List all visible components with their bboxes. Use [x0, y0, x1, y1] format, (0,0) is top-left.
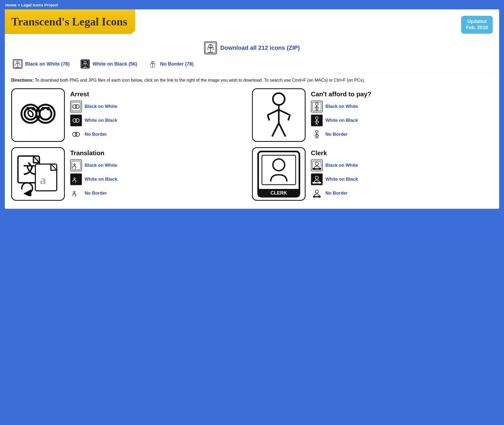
clerk-bow-label: Black on White — [325, 163, 358, 168]
svg-point-54 — [75, 132, 80, 136]
svg-point-118 — [315, 190, 318, 193]
cant-afford-wob-link[interactable]: White on Black — [311, 115, 493, 126]
arrest-title: Arrest — [70, 90, 252, 98]
nb-scales-icon — [148, 59, 157, 69]
wob-scales-icon — [80, 59, 90, 69]
clerk-title: Clerk — [311, 149, 493, 157]
svg-text:a: a — [76, 179, 77, 182]
cant-afford-wob-label: White on Black — [325, 118, 358, 123]
arrest-nb-icon — [70, 128, 82, 140]
wob-category-link[interactable]: White on Black (56) — [80, 59, 137, 69]
svg-text:文: 文 — [23, 162, 36, 176]
svg-line-64 — [279, 123, 285, 136]
arrest-bow-link[interactable]: Black on White — [70, 101, 252, 112]
svg-line-87 — [315, 135, 315, 137]
breadcrumb: Home > Legal Icons Project — [0, 0, 504, 9]
svg-line-85 — [315, 134, 317, 135]
cant-afford-entry: Can't afford to pay? — [252, 88, 493, 142]
download-section: Download all 212 icons (ZIP) — [5, 37, 499, 57]
nb-category-link[interactable]: No Border (78) — [148, 59, 194, 69]
translation-nb-icon: 文 a — [70, 187, 82, 199]
cant-afford-variants: Black on White — [311, 101, 493, 140]
scales-icon — [204, 41, 217, 54]
svg-line-61 — [268, 115, 269, 120]
bow-scales-icon — [13, 59, 22, 69]
svg-point-57 — [273, 93, 285, 105]
svg-point-83 — [315, 130, 318, 133]
download-all-link[interactable]: Download all 212 icons (ZIP) — [220, 44, 300, 51]
title-banner: Transcend's Legal Icons — [5, 9, 135, 34]
clerk-entry: CLERK Clerk — [252, 147, 493, 201]
clerk-info: Clerk CLERK — [311, 147, 493, 199]
translation-nb-link[interactable]: 文 a No Border — [70, 187, 252, 199]
translation-nb-label: No Border — [85, 191, 107, 196]
arrest-wob-icon — [70, 115, 82, 126]
arrest-variants: Black on White — [70, 101, 252, 140]
svg-line-86 — [317, 134, 319, 135]
translation-entry: 文 a — [11, 147, 252, 201]
bow-category-link[interactable]: Black on White (78) — [13, 59, 70, 69]
cant-afford-title: Can't afford to pay? — [311, 90, 493, 98]
svg-rect-93 — [35, 164, 57, 191]
svg-line-89 — [316, 136, 317, 138]
arrest-info: Arrest — [70, 88, 252, 140]
nb-label: No Border (78) — [160, 61, 194, 67]
svg-point-32 — [27, 110, 34, 118]
translation-title: Translation — [70, 149, 252, 157]
page-title: Transcend's Legal Icons — [11, 15, 127, 28]
svg-text:CLERK: CLERK — [270, 190, 287, 196]
clerk-large-icon: CLERK — [252, 147, 306, 201]
svg-text:CLERK: CLERK — [315, 168, 319, 170]
arrest-nb-label: No Border — [85, 132, 107, 137]
arrest-nb-link[interactable]: No Border — [70, 128, 252, 140]
category-links: Black on White (78) White on Black (56) — [5, 57, 499, 73]
cant-afford-nb-icon — [311, 128, 323, 140]
translation-bow-icon: 文 a — [70, 160, 82, 171]
bow-label: Black on White (78) — [25, 61, 70, 67]
arrest-wob-label: White on Black — [85, 118, 117, 123]
svg-line-90 — [317, 136, 318, 138]
cant-afford-nb-link[interactable]: No Border — [311, 128, 493, 140]
icons-grid: Arrest — [5, 88, 499, 201]
arrest-entry: Arrest — [11, 88, 252, 142]
arrest-bow-label: Black on White — [85, 104, 117, 109]
clerk-nb-label: No Border — [325, 191, 348, 196]
svg-text:CLERK: CLERK — [315, 196, 319, 198]
cant-afford-bow-link[interactable]: Black on White — [311, 101, 493, 112]
translation-large-icon: 文 a — [11, 147, 65, 201]
svg-text:a: a — [76, 193, 77, 196]
clerk-nb-link[interactable]: CLERK No Border — [311, 187, 493, 199]
cant-afford-wob-icon — [311, 115, 323, 126]
translation-bow-label: Black on White — [85, 163, 117, 168]
translation-variants: 文 a Black on White 文 — [70, 160, 252, 199]
svg-line-59 — [268, 110, 279, 115]
clerk-wob-link[interactable]: CLERK White on Black — [311, 173, 493, 185]
cant-afford-nb-label: No Border — [325, 132, 348, 137]
clerk-bow-icon: CLERK — [311, 160, 323, 171]
svg-text:CLERK: CLERK — [315, 182, 319, 184]
directions-text: Directions: To download both PNG and JPG… — [5, 77, 499, 88]
clerk-wob-icon: CLERK — [311, 173, 323, 185]
arrest-bow-icon — [70, 101, 82, 112]
cant-afford-svg — [257, 91, 300, 139]
clerk-bow-link[interactable]: CLERK Black on White — [311, 160, 493, 171]
header-section: Transcend's Legal Icons Updated Feb. 201… — [5, 9, 499, 34]
cant-afford-bow-icon — [311, 101, 323, 112]
translation-info: Translation 文 a Black on — [70, 147, 252, 199]
clerk-nb-icon: CLERK — [311, 187, 323, 199]
clerk-variants: CLERK Black on White — [311, 160, 493, 199]
main-container: Transcend's Legal Icons Updated Feb. 201… — [0, 9, 504, 214]
translation-bow-link[interactable]: 文 a Black on White — [70, 160, 252, 171]
svg-line-62 — [288, 115, 290, 120]
updated-badge: Updated Feb. 2018 — [461, 16, 493, 34]
translation-wob-label: White on Black — [85, 177, 117, 182]
svg-text:a: a — [40, 173, 46, 187]
cant-afford-bow-label: Black on White — [325, 104, 358, 109]
content-box: Transcend's Legal Icons Updated Feb. 201… — [5, 9, 499, 209]
svg-line-88 — [318, 135, 319, 137]
arrest-wob-link[interactable]: White on Black — [70, 115, 252, 126]
svg-line-63 — [272, 123, 279, 136]
translation-wob-link[interactable]: 文 a White on Black — [70, 173, 252, 185]
cant-afford-info: Can't afford to pay? — [311, 88, 493, 140]
svg-line-60 — [279, 110, 290, 115]
